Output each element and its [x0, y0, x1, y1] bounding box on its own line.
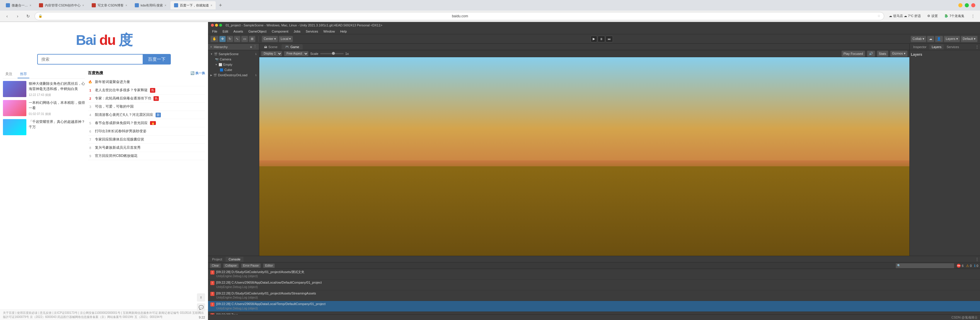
hot-item-fire[interactable]: 🔥 新年签词凝聚奋进力量 — [88, 78, 205, 86]
stats-btn[interactable]: Stats — [877, 50, 888, 57]
hot-item-7[interactable]: 7 专家回应阳康体后出现腺囊症状 — [88, 136, 205, 144]
h-item-empty[interactable]: ▼ ⬜ Empty — [208, 62, 259, 67]
tool-hand[interactable]: ✋ — [210, 36, 218, 42]
scene-tab[interactable]: 🏔 Scene — [261, 44, 281, 50]
play-focused-btn[interactable]: Play Focused — [842, 50, 865, 57]
menu-services[interactable]: Services — [304, 29, 320, 34]
tab-close-4[interactable]: × — [165, 4, 166, 7]
weather-widget[interactable]: ☁ 驻马店 ☁ 7°C 舒适 — [886, 13, 923, 19]
news-item-3[interactable]: 「千岩荣耀世界」真心的超越原神？千万 — [3, 119, 85, 135]
tab-3[interactable]: 写文章·CSDN博客 × — [88, 1, 130, 10]
account-widget[interactable]: 🐉 7个龙魂鬼 — [942, 13, 967, 19]
tab-close-2[interactable]: × — [82, 4, 84, 7]
forward-button[interactable]: › — [13, 12, 22, 20]
inspector-tab[interactable]: Inspector — [911, 44, 929, 50]
minimize-window-btn[interactable] — [215, 24, 218, 27]
feedback-btn[interactable]: 💬 — [197, 303, 205, 312]
menu-component[interactable]: Component — [269, 29, 291, 34]
hierarchy-more-btn[interactable]: ⋮ — [253, 45, 257, 49]
pivot-btn[interactable]: Center ▾ — [262, 36, 278, 42]
new-tab-button[interactable]: + — [216, 1, 224, 10]
mute-btn[interactable]: 🔊 — [867, 50, 875, 57]
tool-scale[interactable]: ⤡ — [234, 36, 240, 42]
menu-jobs[interactable]: Jobs — [291, 29, 303, 34]
news-item-2[interactable]: 一本科幻网络小说，本本精彩，值得一看 01:02 07:31 摸摸 — [3, 100, 85, 116]
browser-menu-button[interactable]: ⋮ — [969, 12, 977, 20]
minimize-btn[interactable] — [958, 3, 963, 7]
close-btn[interactable] — [971, 3, 975, 7]
hot-refresh-btn[interactable]: 🔄 换一换 — [191, 71, 205, 75]
services-tab[interactable]: Services — [944, 44, 961, 50]
inspector-more-btn[interactable]: ⋮ — [975, 45, 979, 49]
aspect-select[interactable]: Free Aspect — [284, 51, 309, 56]
clear-button[interactable]: Clear — [210, 263, 221, 268]
cloud-btn[interactable]: ☁ — [927, 36, 934, 42]
news-item-1[interactable]: 狠神大佬删除女角色们的黑丝后，心海雷神毫无违和感，申鹤知白美 12:22 17:… — [3, 81, 85, 97]
hot-item-9[interactable]: 9 官方回应郑州CBD燃放烟花 — [88, 152, 205, 160]
tab-2[interactable]: 内容管理·CSDN创作中心 × — [35, 1, 88, 10]
tab-close-1[interactable]: × — [30, 4, 31, 7]
console-more-btn[interactable]: ⋮ — [975, 257, 979, 261]
gizmos-btn[interactable]: Gizmos ▾ — [890, 50, 908, 57]
layers-tab[interactable]: Layers — [929, 44, 944, 50]
console-entry-2[interactable]: ! [09:22:28] C:/Users/29658/AppData/Loca… — [208, 280, 980, 290]
maximize-window-btn[interactable] — [219, 24, 222, 27]
step-button[interactable]: ⏭ — [606, 36, 613, 42]
address-bar[interactable]: 🔒 baidu.com ☆ — [35, 12, 884, 20]
hot-item-2[interactable]: 2 专家：此轮高峰后病毒会逐渐传下功 热 — [88, 94, 205, 102]
console-entry-1[interactable]: ! [09:22:28] D:/Study/GitCode/unity/01_p… — [208, 269, 980, 280]
console-entry-4[interactable]: ! [09:22:28] C:/Users/29658/AppData/Loca… — [208, 301, 980, 312]
layout-btn[interactable]: Default ▾ — [961, 36, 978, 42]
hot-item-6[interactable]: 6 打印出3米长试卷69岁男孩秒变姿 — [88, 127, 205, 136]
console-search[interactable]: 🔍 — [896, 263, 954, 268]
tab-1[interactable]: 微趣合一… × — [2, 1, 35, 10]
pause-button[interactable]: ⏸ — [598, 36, 605, 42]
settings-widget[interactable]: ⚙ 设置 — [925, 13, 940, 19]
tab-tuijian[interactable]: 推荐 — [18, 70, 29, 78]
menu-edit[interactable]: Edit — [220, 29, 231, 34]
h-item-camera[interactable]: 📷 Camera — [208, 57, 259, 62]
console-entry-3[interactable]: ! [09:22:28] D:/Study/GitCode/unity/01_p… — [208, 290, 980, 301]
account-btn[interactable]: 👤 — [935, 36, 943, 42]
tool-transform[interactable]: ⊞ — [249, 36, 256, 42]
layers-btn[interactable]: Layers ▾ — [944, 36, 960, 42]
project-tab[interactable]: Project — [209, 257, 225, 262]
menu-help[interactable]: Help — [338, 29, 349, 34]
hot-item-3[interactable]: 3 可信，可爱，可敬的中国 — [88, 102, 205, 111]
maximize-btn[interactable] — [965, 3, 969, 7]
refresh-button[interactable]: ↻ — [24, 12, 32, 20]
hot-item-1[interactable]: 1 老人去世比往年多很多？专家释疑 热 — [88, 86, 205, 94]
scale-slider[interactable] — [320, 53, 344, 54]
tab-close-3[interactable]: × — [126, 4, 127, 7]
console-tab[interactable]: Console — [226, 257, 243, 262]
menu-window[interactable]: Window — [321, 29, 337, 34]
editor-button[interactable]: Editor — [263, 263, 275, 268]
h-item-dontdestroy[interactable]: ▶ 🎬 DontDestroyOnLoad 1 — [208, 72, 259, 78]
tool-move[interactable]: ✥ — [219, 36, 226, 42]
baidu-search-button[interactable]: 百度一下 — [143, 54, 171, 64]
play-button[interactable]: ▶ — [591, 36, 597, 42]
baidu-search-input[interactable] — [37, 54, 143, 64]
tab-5[interactable]: 百度一下，你就知道 × — [170, 1, 216, 10]
menu-gameobject[interactable]: GameObject — [246, 29, 269, 34]
game-tab[interactable]: 🎮 Game — [282, 44, 303, 50]
h-item-samplescene[interactable]: ▼ 🎬 SampleScene 1 — [208, 51, 259, 57]
close-window-btn[interactable] — [211, 24, 214, 27]
scroll-top-btn[interactable]: ↑ — [197, 293, 205, 301]
hot-item-4[interactable]: 4 阳清游客心衰死亡6人？河北震区回应 新 — [88, 111, 205, 119]
back-button[interactable]: ‹ — [3, 12, 11, 20]
hot-item-8[interactable]: 8 复兴号豪族新成员元旦首发秀 — [88, 144, 205, 152]
h-item-cube[interactable]: 🟦 Cube — [208, 67, 259, 72]
tab-4[interactable]: kda有用吗·搜索 × — [131, 1, 170, 10]
hierarchy-add-btn[interactable]: + — [250, 45, 252, 49]
error-pause-button[interactable]: Error Pause — [241, 263, 261, 268]
menu-assets[interactable]: Assets — [231, 29, 245, 34]
collapse-button[interactable]: Collapse — [223, 263, 239, 268]
menu-file[interactable]: File — [210, 29, 220, 34]
local-btn[interactable]: Local ▾ — [278, 36, 293, 42]
console-entry-5[interactable]: ! [09:22:28] True UnityEngine.Debug.Log … — [208, 312, 980, 314]
tool-rotate[interactable]: ↻ — [226, 36, 233, 42]
collab-btn[interactable]: Collab ▾ — [910, 36, 926, 42]
display-select[interactable]: Display 1 — [261, 51, 282, 56]
tab-close-5[interactable]: × — [211, 4, 212, 7]
